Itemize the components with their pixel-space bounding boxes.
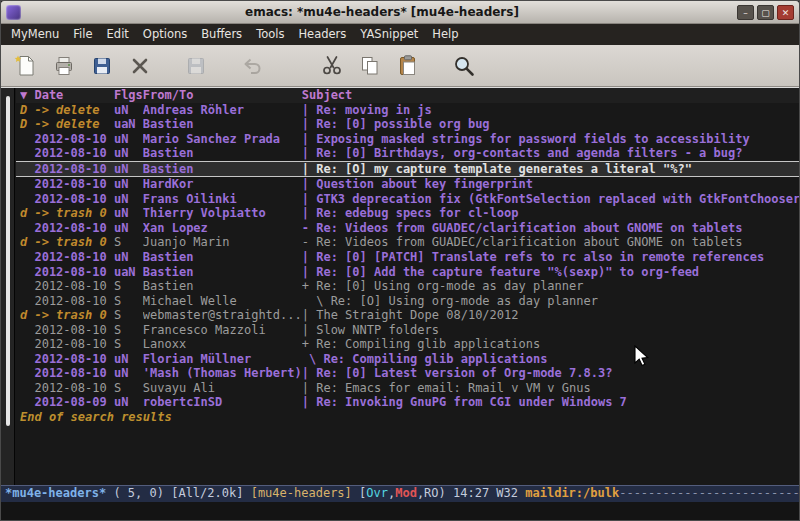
message-row[interactable]: 2012-08-10SLanoxx+ Re: Compiling glib ap… bbox=[16, 337, 799, 352]
menu-buffers[interactable]: Buffers bbox=[194, 24, 249, 45]
message-row[interactable]: 2012-08-10uNXan Lopez- Re: Videos from G… bbox=[16, 221, 799, 236]
message-row[interactable]: D-> deleteuNAndreas Röhler| Re: moving i… bbox=[16, 103, 799, 118]
menu-headers[interactable]: Headers bbox=[291, 24, 353, 45]
message-row[interactable]: 2012-08-10uNMario Sanchez Prada| Exposin… bbox=[16, 132, 799, 147]
column-date[interactable]: Date bbox=[34, 88, 113, 103]
menu-help[interactable]: Help bbox=[425, 24, 465, 45]
message-row[interactable]: 2012-08-09uNrobertcInSD| Re: Invoking Gn… bbox=[16, 395, 799, 410]
print-icon[interactable] bbox=[51, 53, 77, 79]
message-row[interactable]: d-> trash 0uNThierry Volpiatto| Re: edeb… bbox=[16, 206, 799, 221]
message-row[interactable]: 2012-08-10uNBastien| Re: [0] [PATCH] Tra… bbox=[16, 250, 799, 265]
message-mark bbox=[20, 395, 34, 410]
message-mark bbox=[20, 221, 34, 236]
message-row[interactable]: 2012-08-10uNFrans Oilinki| GTK3 deprecat… bbox=[16, 192, 799, 207]
message-row[interactable]: 2012-08-10uNBastien| Re: [0] Birthdays, … bbox=[16, 146, 799, 161]
message-from: Suvayu Ali bbox=[143, 381, 302, 396]
message-flags: S bbox=[114, 381, 143, 396]
undo-icon bbox=[239, 53, 265, 79]
message-flags: uN bbox=[114, 192, 143, 207]
minimize-button[interactable]: – bbox=[737, 5, 754, 20]
cut-icon[interactable] bbox=[319, 53, 345, 79]
mode-line: *mu4e-headers* ( 5, 0) [All/2.0k] [mu4e-… bbox=[1, 485, 799, 502]
maximize-button[interactable]: ▢ bbox=[757, 5, 774, 20]
message-mark: D bbox=[20, 103, 34, 118]
search-icon[interactable] bbox=[451, 53, 477, 79]
message-row[interactable]: d-> trash 0SJuanjo Marin- Re: Videos fro… bbox=[16, 235, 799, 250]
message-flags: uN bbox=[114, 352, 143, 367]
echo-area bbox=[1, 502, 799, 520]
message-list: ▼ Date Flgs From/To Subject D-> deleteuN… bbox=[16, 88, 799, 485]
message-flags: uN bbox=[114, 250, 143, 265]
message-subject: | Question about key fingerprint bbox=[302, 177, 799, 192]
app-icon bbox=[6, 5, 21, 20]
message-subject: | Re: [0] Latest version of Org-mode 7.8… bbox=[302, 366, 799, 381]
scrollbar[interactable] bbox=[1, 88, 15, 485]
message-mark bbox=[20, 192, 34, 207]
message-row[interactable]: 2012-08-10SMichael Welle \ Re: [O] Using… bbox=[16, 294, 799, 309]
message-from: Mario Sanchez Prada bbox=[143, 132, 302, 147]
close-button[interactable]: ✕ bbox=[777, 5, 794, 20]
menu-bar: MyMenuFileEditOptionsBuffersToolsHeaders… bbox=[1, 24, 799, 45]
message-date: 2012-08-10 bbox=[34, 381, 113, 396]
menu-yasnippet[interactable]: YASnippet bbox=[353, 24, 425, 45]
message-date: 2012-08-09 bbox=[34, 395, 113, 410]
column-flags[interactable]: Flgs bbox=[114, 88, 143, 103]
message-date: 2012-08-10 bbox=[34, 177, 113, 192]
message-row[interactable]: 2012-08-10uNHardKor| Question about key … bbox=[16, 177, 799, 192]
message-subject: | Re: [O] my capture template generates … bbox=[302, 162, 799, 177]
message-mark bbox=[20, 162, 34, 177]
message-row[interactable]: 2012-08-10SFrancesco Mazzoli| Slow NNTP … bbox=[16, 323, 799, 338]
menu-tools[interactable]: Tools bbox=[249, 24, 291, 45]
message-subject: - Re: Videos from GUADEC/clarification a… bbox=[302, 221, 799, 236]
message-flags: uN bbox=[114, 366, 143, 381]
modeline-segment-buffer: *mu4e-headers* bbox=[5, 486, 106, 500]
message-row[interactable]: 2012-08-10uNBastien| Re: [O] my capture … bbox=[16, 161, 799, 178]
message-mark: d bbox=[20, 308, 34, 323]
sort-indicator[interactable]: ▼ bbox=[20, 88, 34, 103]
message-flags: uN bbox=[114, 132, 143, 147]
message-date: 2012-08-10 bbox=[34, 221, 113, 236]
message-flags: uN bbox=[114, 177, 143, 192]
message-date: 2012-08-10 bbox=[34, 265, 113, 280]
message-subject: | Exposing masked strings for password f… bbox=[302, 132, 799, 147]
message-date: 2012-08-10 bbox=[34, 250, 113, 265]
new-file-icon[interactable] bbox=[13, 53, 39, 79]
copy-icon[interactable] bbox=[357, 53, 383, 79]
message-row[interactable]: 2012-08-10SSuvayu Ali| Re: Emacs for ema… bbox=[16, 381, 799, 396]
menu-file[interactable]: File bbox=[66, 24, 99, 45]
message-from: Bastien bbox=[143, 279, 302, 294]
message-from: Xan Lopez bbox=[143, 221, 302, 236]
message-subject: | Re: Invoking GnuPG from CGI under Wind… bbox=[302, 395, 799, 410]
message-row[interactable]: 2012-08-10SBastien+ Re: [0] Using org-mo… bbox=[16, 279, 799, 294]
message-from: Lanoxx bbox=[143, 337, 302, 352]
message-flags: uN bbox=[114, 162, 143, 177]
close-buffer-icon[interactable] bbox=[127, 53, 153, 79]
message-date: 2012-08-10 bbox=[34, 294, 113, 309]
message-row[interactable]: 2012-08-10uNFlorian Müllner \ Re: Compil… bbox=[16, 352, 799, 367]
menu-edit[interactable]: Edit bbox=[100, 24, 136, 45]
modeline-segment-folder: maildir:/bulk bbox=[525, 486, 619, 500]
message-flags: uN bbox=[114, 221, 143, 236]
message-from: robertcInSD bbox=[143, 395, 302, 410]
message-subject: | Re: Emacs for email: Rmail v VM v Gnus bbox=[302, 381, 799, 396]
column-from[interactable]: From/To bbox=[143, 88, 302, 103]
message-row[interactable]: 2012-08-10uN'Mash (Thomas Herbert)| Re: … bbox=[16, 366, 799, 381]
paste-icon[interactable] bbox=[395, 53, 421, 79]
message-row[interactable]: d-> trash 0Swebmaster@straightd...| The … bbox=[16, 308, 799, 323]
scrollbar-thumb[interactable] bbox=[6, 96, 10, 426]
save-icon[interactable] bbox=[89, 53, 115, 79]
message-row[interactable]: 2012-08-10uaNBastien| Re: [0] Add the ca… bbox=[16, 265, 799, 280]
message-from: Juanjo Marin bbox=[143, 235, 302, 250]
message-date: 2012-08-10 bbox=[34, 146, 113, 161]
message-subject: \ Re: [O] Using org-mode as day planner bbox=[302, 294, 799, 309]
message-subject: | Re: moving in js bbox=[302, 103, 799, 118]
menu-mymenu[interactable]: MyMenu bbox=[4, 24, 66, 45]
column-subject[interactable]: Subject bbox=[302, 88, 799, 103]
modeline-segment-default: 14:27 W32 bbox=[453, 486, 525, 500]
buffer-area: ▼ Date Flgs From/To Subject D-> deleteuN… bbox=[1, 87, 799, 485]
modeline-segment-default: ( 5, 0) bbox=[106, 486, 171, 500]
menu-options[interactable]: Options bbox=[136, 24, 194, 45]
message-date: -> trash 0 bbox=[34, 206, 113, 221]
message-from: webmaster@straightd... bbox=[143, 308, 302, 323]
message-row[interactable]: D-> deleteuaNBastien| Re: [0] possible o… bbox=[16, 117, 799, 132]
